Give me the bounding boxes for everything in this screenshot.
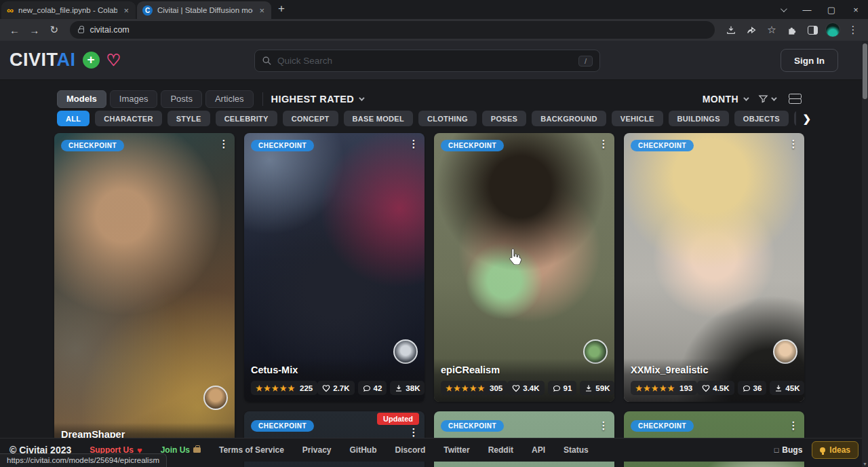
search-bar[interactable]: / (254, 50, 600, 72)
footer-link-join[interactable]: Join Us (161, 445, 201, 455)
back-button[interactable]: ← (5, 20, 24, 39)
layout-toggle-icon[interactable] (789, 94, 800, 104)
tab-close-icon[interactable]: × (122, 5, 130, 16)
model-card-xxmix[interactable]: CHECKPOINT ⋮ XXMix_9realistic ★★★★★ 193 (624, 133, 804, 402)
checkpoint-badge: CHECKPOINT (441, 420, 504, 432)
chip-base-model[interactable]: BASE MODEL (344, 111, 413, 126)
chip-style[interactable]: STYLE (167, 111, 210, 126)
period-dropdown[interactable]: MONTH (703, 94, 747, 105)
comments-count: 91 (564, 384, 572, 392)
ideas-button[interactable]: Ideas (812, 441, 859, 459)
checkpoint-badge: CHECKPOINT (61, 140, 124, 151)
model-card-epicrealism[interactable]: CHECKPOINT ⋮ epiCRealism ★★★★★ 305 3.4 (434, 133, 614, 402)
card-menu-kebab-icon[interactable]: ⋮ (595, 138, 612, 150)
footer-link-reddit[interactable]: Reddit (488, 445, 513, 455)
chip-character[interactable]: CHARACTER (95, 111, 161, 126)
bookmark-star-icon[interactable]: ☆ (762, 20, 781, 39)
page-scrollbar[interactable]: ▼ (862, 41, 868, 467)
close-button[interactable]: × (844, 0, 868, 19)
share-icon[interactable] (742, 20, 761, 39)
creator-avatar[interactable] (203, 386, 228, 410)
card-menu-kebab-icon[interactable]: ⋮ (595, 419, 612, 432)
footer-link-terms[interactable]: Terms of Service (219, 445, 284, 455)
footer-right-cluster: □ Bugs Ideas (774, 441, 859, 459)
chip-concept[interactable]: CONCEPT (283, 111, 338, 126)
browser-profile-avatar[interactable] (823, 20, 842, 39)
chip-all[interactable]: ALL (57, 111, 90, 126)
chip-celebrity[interactable]: CELEBRITY (216, 111, 277, 126)
tab-articles[interactable]: Articles (205, 90, 254, 108)
chip-poses[interactable]: POSES (482, 111, 526, 126)
tab-posts[interactable]: Posts (161, 90, 202, 108)
footer-link-github[interactable]: GitHub (350, 445, 377, 455)
card-menu-kebab-icon[interactable]: ⋮ (216, 138, 232, 150)
reload-button[interactable]: ↻ (45, 20, 63, 39)
toolbar-icons: ☆ ⋮ (722, 20, 863, 39)
forward-button[interactable]: → (25, 20, 43, 39)
sort-label: HIGHEST RATED (271, 94, 355, 105)
chip-background[interactable]: BACKGROUND (532, 111, 606, 126)
likes-count: 2.7K (333, 384, 349, 392)
civitai-logo[interactable]: CIVITAI + ♡ (9, 50, 121, 71)
heart-icon[interactable]: ♡ (106, 52, 121, 69)
search-input[interactable] (277, 56, 573, 66)
chip-vehicle[interactable]: VEHICLE (612, 111, 663, 126)
footer-link-status[interactable]: Status (564, 445, 589, 455)
browser-tab-colab[interactable]: ∞ new_colab_file.ipynb - Colaborat × (1, 1, 136, 19)
tab-title: Civitai | Stable Diffusion models, (157, 6, 253, 14)
rating-pill: ★★★★★ 193 (631, 381, 697, 395)
url-bar[interactable]: civitai.com (70, 21, 715, 39)
heart-icon (322, 384, 330, 392)
footer-link-discord[interactable]: Discord (395, 445, 426, 455)
chip-buildings[interactable]: BUILDINGS (669, 111, 729, 126)
rating-pill: ★★★★★ 305 (441, 381, 507, 395)
sign-in-button[interactable]: Sign In (781, 49, 838, 72)
downloads-icon[interactable] (722, 20, 741, 39)
downloads-pill: 45K (770, 381, 804, 395)
footer-link-twitter[interactable]: Twitter (443, 445, 469, 455)
footer-link-privacy[interactable]: Privacy (302, 445, 332, 455)
scrollbar-thumb[interactable] (863, 43, 867, 99)
model-card-dreamshaper[interactable]: CHECKPOINT ⋮ DreamShaper (54, 133, 235, 452)
scrollbar-down-arrow[interactable]: ▼ (862, 462, 868, 466)
card-overlay: Cetus-Mix ★★★★★ 225 2.7K (244, 358, 425, 402)
browser-tab-civitai[interactable]: C Civitai | Stable Diffusion models, × (137, 1, 271, 19)
model-card-cetus-mix[interactable]: CHECKPOINT ⋮ Cetus-Mix ★★★★★ 225 2.7K (244, 133, 425, 402)
tab-images[interactable]: Images (110, 90, 158, 108)
new-tab-button[interactable]: + (278, 2, 285, 17)
page: ∞ new_colab_file.ipynb - Colaborat × C C… (0, 0, 868, 467)
downloads-pill: 59K (580, 381, 614, 395)
minimize-button[interactable]: — (795, 0, 819, 19)
comments-pill: 42 (358, 381, 387, 395)
checkpoint-badge: CHECKPOINT (251, 140, 314, 151)
footer-link-bugs[interactable]: □ Bugs (774, 445, 803, 455)
sort-dropdown[interactable]: HIGHEST RATED (271, 94, 363, 105)
checkpoint-badge: CHECKPOINT (251, 420, 314, 432)
card-menu-kebab-icon[interactable]: ⋮ (406, 138, 422, 150)
downloads-count: 38K (406, 384, 420, 392)
card-menu-kebab-icon[interactable]: ⋮ (785, 419, 802, 432)
footer-link-api[interactable]: API (532, 445, 545, 455)
category-chips: ALL CHARACTER STYLE CELEBRITY CONCEPT BA… (57, 111, 796, 127)
chip-clothing[interactable]: CLOTHING (418, 111, 477, 126)
card-menu-kebab-icon[interactable]: ⋮ (406, 426, 422, 438)
tab-close-icon[interactable]: × (258, 5, 266, 16)
filter-dropdown[interactable] (758, 94, 775, 104)
download-icon (774, 384, 783, 392)
extensions-puzzle-icon[interactable] (783, 20, 802, 39)
maximize-button[interactable]: ▢ (819, 0, 844, 19)
side-panel-icon[interactable] (803, 20, 822, 39)
upload-plus-button[interactable]: + (83, 52, 100, 69)
browser-menu-kebab-icon[interactable]: ⋮ (844, 20, 863, 39)
chips-scroll-right-arrow[interactable]: ❯ (796, 111, 811, 127)
card-menu-kebab-icon[interactable]: ⋮ (785, 138, 802, 150)
chip-objects[interactable]: OBJECTS (734, 111, 789, 126)
tab-models[interactable]: Models (57, 90, 106, 108)
url-text: civitai.com (90, 25, 129, 35)
checkpoint-badge: CHECKPOINT (631, 140, 694, 151)
tab-search-icon[interactable] (770, 0, 795, 19)
civitai-favicon: C (142, 5, 153, 16)
browser-titlebar: ∞ new_colab_file.ipynb - Colaborat × C C… (0, 0, 868, 19)
window-controls: — ▢ × (770, 0, 868, 19)
likes-pill: 4.5K (697, 381, 734, 395)
